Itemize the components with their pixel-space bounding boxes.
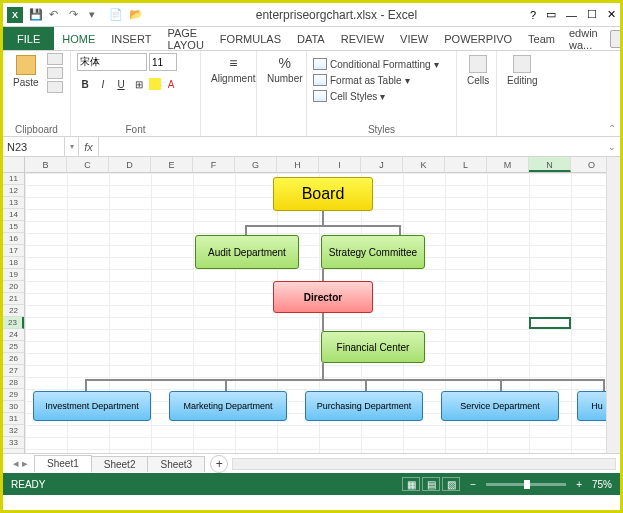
font-color-button[interactable]: A (163, 76, 179, 92)
vertical-scrollbar[interactable] (606, 157, 620, 453)
cut-icon[interactable] (47, 53, 63, 65)
row-header-22[interactable]: 22 (3, 305, 24, 317)
col-header-G[interactable]: G (235, 157, 277, 172)
qat-icon[interactable]: ▾ (89, 8, 103, 22)
org-node-director[interactable]: Director (273, 281, 373, 313)
italic-button[interactable]: I (95, 76, 111, 92)
row-header-24[interactable]: 24 (3, 329, 24, 341)
close-icon[interactable]: ✕ (607, 8, 616, 21)
redo-icon[interactable]: ↷ (69, 8, 83, 22)
col-header-F[interactable]: F (193, 157, 235, 172)
org-node-investment[interactable]: Investment Department (33, 391, 151, 421)
tab-data[interactable]: DATA (289, 27, 333, 50)
formula-input[interactable] (99, 137, 604, 156)
minimize-icon[interactable]: — (566, 9, 577, 21)
name-box-dropdown-icon[interactable]: ▾ (65, 137, 79, 156)
row-header-31[interactable]: 31 (3, 413, 24, 425)
font-family-select[interactable]: 宋体 (77, 53, 147, 71)
conditional-formatting-button[interactable]: Conditional Formatting ▾ (313, 57, 439, 71)
org-node-audit[interactable]: Audit Department (195, 235, 299, 269)
row-header-11[interactable]: 11 (3, 173, 24, 185)
tab-home[interactable]: HOME (54, 27, 103, 50)
page-layout-view-icon[interactable]: ▤ (422, 477, 440, 491)
normal-view-icon[interactable]: ▦ (402, 477, 420, 491)
sheet-tab-1[interactable]: Sheet1 (34, 455, 92, 473)
sheet-tab-3[interactable]: Sheet3 (147, 456, 205, 472)
row-header-33[interactable]: 33 (3, 437, 24, 449)
col-header-D[interactable]: D (109, 157, 151, 172)
paste-button[interactable]: Paste (9, 53, 43, 90)
cells-button[interactable]: Cells (463, 53, 493, 88)
undo-icon[interactable]: ↶ (49, 8, 63, 22)
row-header-30[interactable]: 30 (3, 401, 24, 413)
format-painter-icon[interactable] (47, 81, 63, 93)
row-header-16[interactable]: 16 (3, 233, 24, 245)
tab-team[interactable]: Team (520, 27, 563, 50)
editing-button[interactable]: Editing (503, 53, 542, 88)
row-header-12[interactable]: 12 (3, 185, 24, 197)
border-button[interactable]: ⊞ (131, 76, 147, 92)
tab-review[interactable]: REVIEW (333, 27, 392, 50)
sheet-tab-2[interactable]: Sheet2 (91, 456, 149, 472)
row-header-20[interactable]: 20 (3, 281, 24, 293)
save-icon[interactable]: 💾 (29, 8, 43, 22)
help-icon[interactable]: ? (530, 9, 536, 21)
add-sheet-button[interactable]: + (210, 455, 228, 473)
copy-icon[interactable] (47, 67, 63, 79)
sheet-nav[interactable]: ◂ ▸ (7, 457, 34, 470)
row-header-13[interactable]: 13 (3, 197, 24, 209)
format-as-table-button[interactable]: Format as Table ▾ (313, 73, 410, 87)
org-node-purchasing[interactable]: Purchasing Department (305, 391, 423, 421)
zoom-in-button[interactable]: + (576, 479, 582, 490)
worksheet-grid[interactable]: BCDEFGHIJKLMNO 1112131415161718192021222… (3, 157, 620, 453)
fill-color-button[interactable] (149, 78, 161, 90)
col-header-N[interactable]: N (529, 157, 571, 172)
org-node-marketing[interactable]: Marketing Department (169, 391, 287, 421)
active-cell[interactable] (529, 317, 571, 329)
fx-icon[interactable]: fx (79, 137, 99, 156)
tab-view[interactable]: VIEW (392, 27, 436, 50)
org-node-service[interactable]: Service Department (441, 391, 559, 421)
tab-pagelayout[interactable]: PAGE LAYOU (159, 27, 211, 50)
file-tab[interactable]: FILE (3, 27, 54, 50)
row-header-23[interactable]: 23 (3, 317, 24, 329)
page-break-view-icon[interactable]: ▧ (442, 477, 460, 491)
name-box[interactable]: N23 (3, 137, 65, 156)
collapse-ribbon-icon[interactable]: ⌃ (608, 123, 616, 134)
row-header-15[interactable]: 15 (3, 221, 24, 233)
alignment-button[interactable]: ≡ Alignment (207, 53, 259, 86)
col-header-L[interactable]: L (445, 157, 487, 172)
maximize-icon[interactable]: ☐ (587, 8, 597, 21)
tab-formulas[interactable]: FORMULAS (212, 27, 289, 50)
row-header-27[interactable]: 27 (3, 365, 24, 377)
user-area[interactable]: edwin wa... (563, 27, 623, 50)
col-header-B[interactable]: B (25, 157, 67, 172)
row-header-17[interactable]: 17 (3, 245, 24, 257)
qat-icon2[interactable]: 📄 (109, 8, 123, 22)
col-header-M[interactable]: M (487, 157, 529, 172)
row-header-29[interactable]: 29 (3, 389, 24, 401)
col-header-J[interactable]: J (361, 157, 403, 172)
row-header-32[interactable]: 32 (3, 425, 24, 437)
col-header-E[interactable]: E (151, 157, 193, 172)
zoom-slider[interactable] (486, 483, 566, 486)
row-header-28[interactable]: 28 (3, 377, 24, 389)
org-node-board[interactable]: Board (273, 177, 373, 211)
zoom-level[interactable]: 75% (592, 479, 612, 490)
row-header-14[interactable]: 14 (3, 209, 24, 221)
cells-canvas[interactable]: Board Audit Department Strategy Committe… (25, 173, 606, 453)
tab-insert[interactable]: INSERT (103, 27, 159, 50)
font-size-select[interactable]: 11 (149, 53, 177, 71)
org-node-financial[interactable]: Financial Center (321, 331, 425, 363)
select-all-corner[interactable] (3, 157, 25, 173)
zoom-thumb[interactable] (524, 480, 530, 489)
row-header-25[interactable]: 25 (3, 341, 24, 353)
cell-styles-button[interactable]: Cell Styles ▾ (313, 89, 385, 103)
col-header-H[interactable]: H (277, 157, 319, 172)
col-header-C[interactable]: C (67, 157, 109, 172)
row-header-26[interactable]: 26 (3, 353, 24, 365)
horizontal-scrollbar[interactable] (232, 458, 616, 470)
row-header-18[interactable]: 18 (3, 257, 24, 269)
col-header-K[interactable]: K (403, 157, 445, 172)
row-header-21[interactable]: 21 (3, 293, 24, 305)
